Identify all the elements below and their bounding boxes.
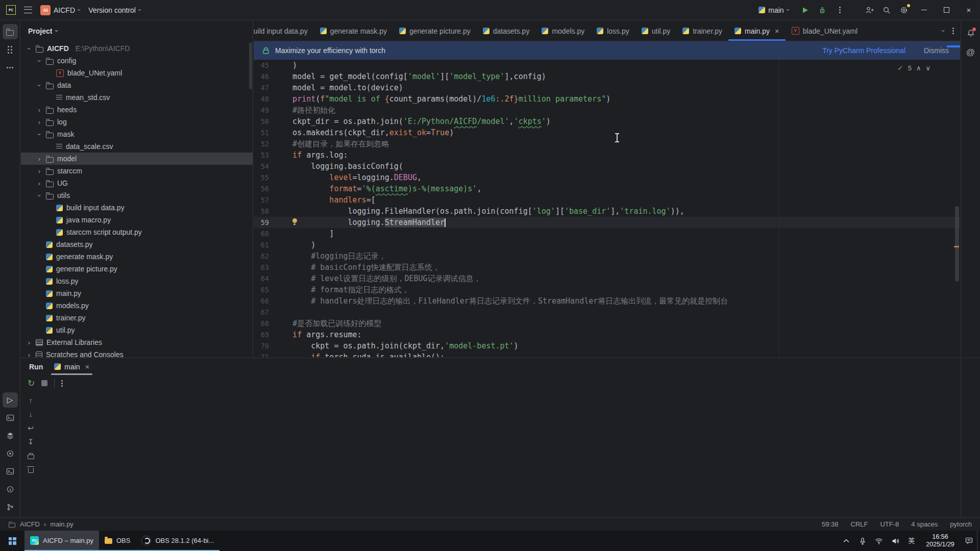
- services-tool-button[interactable]: [3, 446, 18, 461]
- line-number[interactable]: 55: [254, 172, 269, 183]
- tree-item-model[interactable]: ›model: [21, 153, 253, 165]
- line-number[interactable]: 59: [254, 217, 269, 228]
- close-icon[interactable]: ×: [775, 27, 779, 35]
- line-number[interactable]: 66: [254, 295, 269, 307]
- tree-item-aicfd[interactable]: ›AICFDE:\Python\AICFD: [21, 42, 253, 55]
- line-number[interactable]: 61: [254, 239, 269, 251]
- tree-item-ug[interactable]: ›UG: [21, 177, 253, 189]
- up-stack-trace-button[interactable]: ↑: [25, 396, 36, 405]
- restore-button[interactable]: [935, 0, 958, 20]
- code-line-70[interactable]: 70 ckpt = os.path.join(ckpt_dir,'model-b…: [254, 340, 960, 352]
- tree-item-java-macro-py[interactable]: java macro.py: [21, 214, 253, 226]
- notifications-button[interactable]: [964, 26, 978, 40]
- code-line-58[interactable]: 58 logging.FileHandler(os.path.join(conf…: [254, 206, 960, 217]
- next-problem-chevron-icon[interactable]: ∨: [925, 64, 930, 72]
- close-button[interactable]: ×: [958, 0, 980, 20]
- tree-item-models-py[interactable]: models.py: [21, 299, 253, 312]
- tab-generate-mask-py[interactable]: generate mask.py: [314, 21, 393, 41]
- line-number[interactable]: 62: [254, 251, 269, 262]
- tab-datasets-py[interactable]: datasets.py: [477, 21, 536, 41]
- tree-item-starccm[interactable]: ›starccm: [21, 165, 253, 177]
- status-interpreter[interactable]: pytorch: [950, 520, 972, 528]
- line-number[interactable]: 63: [254, 262, 269, 273]
- status-indent[interactable]: 4 spaces: [911, 520, 938, 528]
- structure-tool-button[interactable]: [3, 42, 18, 57]
- code-line-46[interactable]: 46 model = get_model(config['model']['mo…: [254, 71, 960, 82]
- tree-item-utils[interactable]: ›utils: [21, 189, 253, 202]
- line-number[interactable]: 71: [254, 352, 269, 357]
- line-number[interactable]: 52: [254, 138, 269, 149]
- line-number[interactable]: 50: [254, 116, 269, 127]
- tree-chevron-icon[interactable]: ›: [36, 58, 43, 64]
- line-number[interactable]: 68: [254, 318, 269, 329]
- line-number[interactable]: 54: [254, 161, 269, 172]
- inspections-widget[interactable]: ✓ 5 ∧ ∨: [897, 64, 930, 72]
- microphone-tray-button[interactable]: [854, 531, 871, 551]
- status-encoding[interactable]: UTF-8: [880, 520, 899, 528]
- tree-chevron-icon[interactable]: ›: [26, 45, 33, 52]
- soft-wrap-button[interactable]: ↩: [25, 423, 36, 433]
- code-line-69[interactable]: 69 if args.resume:: [254, 329, 960, 340]
- code-line-64[interactable]: 64 # level设置日志的级别，DEBUG记录调试信息，: [254, 273, 960, 284]
- main-menu-icon[interactable]: [24, 7, 32, 13]
- code-line-66[interactable]: 66 # handlers处理日志的输出，FileHandler将日志记录到文件…: [254, 295, 960, 307]
- dismiss-link[interactable]: Dismiss: [924, 46, 949, 55]
- tree-chevron-icon[interactable]: ›: [36, 131, 43, 137]
- code-line-55[interactable]: 55 level=logging.DEBUG,: [254, 172, 960, 183]
- intention-bulb-icon[interactable]: [292, 218, 297, 223]
- rerun-button[interactable]: ↻: [28, 378, 35, 389]
- tab-models-py[interactable]: models.py: [535, 21, 591, 41]
- terminal-tool-button[interactable]: [3, 464, 18, 479]
- line-number[interactable]: 48: [254, 93, 269, 105]
- tree-item-main-py[interactable]: main.py: [21, 287, 253, 299]
- code-line-54[interactable]: 54 logging.basicConfig(: [254, 161, 960, 172]
- notification-center-button[interactable]: [961, 531, 977, 551]
- line-number[interactable]: 70: [254, 340, 269, 352]
- run-configuration-selector[interactable]: main ›: [758, 6, 789, 14]
- tree-item-blade-unet-yaml[interactable]: Yblade_UNet.yaml: [21, 67, 253, 79]
- close-icon[interactable]: ×: [85, 362, 90, 371]
- more-actions-button[interactable]: [832, 3, 847, 18]
- tab-trainer-py[interactable]: trainer.py: [676, 21, 728, 41]
- code-line-45[interactable]: 45 ): [254, 60, 960, 71]
- status-caret-position[interactable]: 59:38: [822, 520, 839, 528]
- project-widget[interactable]: AI AICFD ›: [40, 5, 80, 15]
- code-line-65[interactable]: 65 # format指定日志的格式，: [254, 284, 960, 295]
- tree-chevron-icon[interactable]: ›: [36, 82, 43, 88]
- code-line-56[interactable]: 56 format='%(asctime)s-%(message)s',: [254, 183, 960, 194]
- down-stack-trace-button[interactable]: ↓: [25, 410, 36, 419]
- tab-util-py[interactable]: util.py: [635, 21, 677, 41]
- tab-main-py[interactable]: main.py×: [728, 21, 786, 41]
- tree-chevron-icon[interactable]: ›: [26, 339, 32, 346]
- tree-item-mask[interactable]: ›mask: [21, 128, 253, 140]
- show-desktop-button[interactable]: [977, 531, 980, 551]
- code-line-57[interactable]: 57 handlers=[: [254, 194, 960, 206]
- ime-indicator[interactable]: 英: [903, 531, 920, 551]
- version-control-widget[interactable]: Version control ›: [88, 6, 141, 14]
- line-number[interactable]: 46: [254, 71, 269, 82]
- tree-chevron-icon[interactable]: ›: [36, 106, 42, 114]
- line-number[interactable]: 67: [254, 307, 269, 318]
- tree-chevron-icon[interactable]: ›: [36, 192, 43, 198]
- try-professional-link[interactable]: Try PyCharm Professional: [822, 46, 905, 55]
- scroll-to-end-button[interactable]: ↧: [25, 437, 36, 446]
- code-editor[interactable]: 45 )46 model = get_model(config['model']…: [254, 60, 960, 357]
- tree-item-heeds[interactable]: ›heeds: [21, 104, 253, 116]
- python-console-tool-button[interactable]: [3, 410, 18, 425]
- ai-assistant-button[interactable]: @: [964, 45, 978, 60]
- tree-item-starccm-script-output-py[interactable]: starccm script output.py: [21, 226, 253, 238]
- line-number[interactable]: 45: [254, 60, 269, 71]
- tree-item-data-scale-csv[interactable]: data_scale.csv: [21, 140, 253, 153]
- print-button[interactable]: [25, 451, 36, 460]
- tree-chevron-icon[interactable]: ›: [36, 155, 42, 163]
- tree-item-util-py[interactable]: util.py: [21, 324, 253, 336]
- hidden-icons-button[interactable]: [838, 531, 854, 551]
- code-line-63[interactable]: 63 # basicConfig快速配置日志系统，: [254, 262, 960, 273]
- prev-problem-chevron-icon[interactable]: ∧: [916, 64, 921, 72]
- line-number[interactable]: 49: [254, 105, 269, 116]
- code-line-47[interactable]: 47 model = model.to(device): [254, 82, 960, 93]
- tree-item-log[interactable]: ›log: [21, 116, 253, 128]
- python-packages-tool-button[interactable]: [3, 428, 18, 443]
- project-tool-button[interactable]: [3, 24, 18, 39]
- line-number[interactable]: 47: [254, 82, 269, 93]
